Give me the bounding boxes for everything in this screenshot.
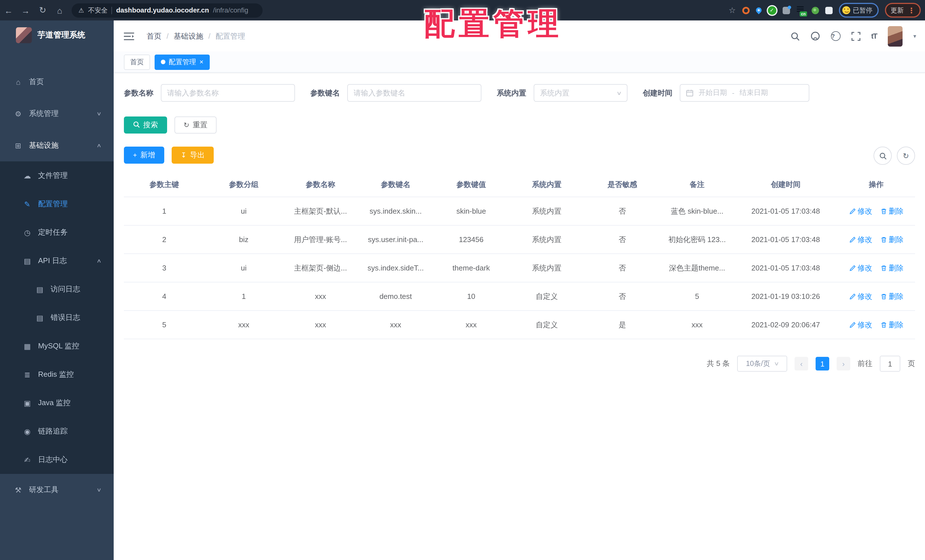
table-row: 2 biz 用户管理-账号... sys.user.init-pa... 123… xyxy=(124,225,915,254)
page-size-select[interactable]: 10条/页 ∨ xyxy=(737,356,787,372)
sidebar-item-scheduled-tasks[interactable]: ◷ 定时任务 xyxy=(0,218,114,247)
delete-link[interactable]: 删除 xyxy=(880,235,904,245)
goto-label: 前往 xyxy=(858,358,872,369)
profile-paused-badge[interactable]: 已暂停 xyxy=(839,3,879,18)
home-icon: ⌂ xyxy=(14,78,23,86)
extension-location-pin-icon[interactable] xyxy=(755,6,762,14)
system-builtin-select[interactable]: 系统内置 ∨ xyxy=(534,84,627,102)
table-tool-buttons: ↻ xyxy=(874,147,915,165)
download-icon: ↧ xyxy=(181,151,187,159)
reset-button[interactable]: ↻ 重置 xyxy=(175,116,217,134)
tab-home[interactable]: 首页 xyxy=(124,54,150,69)
column-header: 参数分组 xyxy=(205,173,283,197)
main-area: 首页 / 基础设施 / 配置管理 ? xyxy=(114,21,925,560)
sidebar-item-mysql-monitor[interactable]: ▦ MySQL 监控 xyxy=(0,332,114,360)
kebab-menu-icon[interactable]: ⋮ xyxy=(908,6,915,15)
edit-link[interactable]: 修改 xyxy=(849,263,872,273)
sidebar-item-system-management[interactable]: ⚙ 系统管理 ∨ xyxy=(0,98,114,129)
log-icon: ▤ xyxy=(35,313,44,322)
start-date-placeholder: 开始日期 xyxy=(699,88,727,98)
edit-link[interactable]: 修改 xyxy=(849,320,872,330)
tab-config-management[interactable]: 配置管理 × xyxy=(155,54,210,69)
paused-label: 已暂停 xyxy=(853,6,872,15)
browser-update-button[interactable]: 更新 ⋮ xyxy=(885,3,921,18)
search-icon xyxy=(133,121,140,129)
home-icon[interactable]: ⌂ xyxy=(51,5,68,15)
browser-toolbar-right: ☆ ✓ cn 已暂停 更新 ⋮ xyxy=(729,0,921,21)
add-button[interactable]: + 新增 xyxy=(124,147,164,164)
chevron-up-icon: ∧ xyxy=(96,143,102,148)
reload-icon[interactable]: ↻ xyxy=(34,5,51,15)
back-icon[interactable]: ← xyxy=(0,5,17,15)
delete-link[interactable]: 删除 xyxy=(880,206,904,216)
sidebar-item-tracing[interactable]: ◉ 链路追踪 xyxy=(0,417,114,446)
extension-leaf-icon[interactable] xyxy=(811,6,819,14)
app-logo-row[interactable]: 芋道管理系统 xyxy=(0,21,114,50)
delete-link[interactable]: 删除 xyxy=(880,291,904,301)
filter-create-time: 创建时间 开始日期 - 结束日期 xyxy=(643,84,809,102)
delete-link[interactable]: 删除 xyxy=(880,263,904,273)
delete-link[interactable]: 删除 xyxy=(880,320,904,330)
prev-page-button[interactable]: ‹ xyxy=(795,357,808,370)
screenshot-stage: ← → ↻ ⌂ ⚠ 不安全 dashboard.yudao.iocoder.cn… xyxy=(0,0,925,560)
sidebar-item-api-logs[interactable]: ▤ API 日志 ∧ xyxy=(0,247,114,275)
calendar-icon xyxy=(686,89,693,96)
edit-link[interactable]: 修改 xyxy=(849,291,872,301)
toggle-search-button[interactable] xyxy=(874,147,892,165)
sidebar-item-label: 配置管理 xyxy=(38,199,68,209)
bookmark-star-icon[interactable]: ☆ xyxy=(729,6,736,15)
sidebar-item-dev-tools[interactable]: ⚒ 研发工具 ∨ xyxy=(0,474,114,506)
plus-icon: + xyxy=(133,151,137,159)
close-icon[interactable]: × xyxy=(199,59,203,65)
browser-toolbar: ← → ↻ ⌂ ⚠ 不安全 dashboard.yudao.iocoder.cn… xyxy=(0,0,925,21)
sidebar-item-label: 定时任务 xyxy=(38,227,68,238)
sidebar-item-access-logs[interactable]: ▤ 访问日志 xyxy=(0,275,114,303)
font-size-icon[interactable]: tT xyxy=(871,32,877,40)
table-toolbar: + 新增 ↧ 导出 ↻ xyxy=(124,147,915,164)
breadcrumb-current: 配置管理 xyxy=(216,31,245,41)
logo-image xyxy=(16,27,32,43)
export-button[interactable]: ↧ 导出 xyxy=(172,147,214,164)
forward-icon[interactable]: → xyxy=(17,5,34,15)
refresh-icon: ↻ xyxy=(903,151,909,160)
emoji-face-icon xyxy=(842,6,850,14)
sidebar-item-config-management[interactable]: ✎ 配置管理 xyxy=(0,190,114,218)
url-path: /infra/config xyxy=(213,6,249,14)
avatar-caret-down-icon[interactable]: ▾ xyxy=(913,33,916,39)
database-icon: ▦ xyxy=(23,342,32,350)
toolbox-icon: ⚒ xyxy=(14,486,23,494)
extension-cn-icon[interactable]: cn xyxy=(796,6,805,15)
total-count: 共 5 条 xyxy=(707,358,730,369)
current-page-button[interactable]: 1 xyxy=(816,357,829,370)
sidebar-item-error-logs[interactable]: ▤ 错误日志 xyxy=(0,303,114,332)
not-secure-warning-icon[interactable]: ⚠ xyxy=(78,6,84,14)
sidebar-item-file-management[interactable]: ☁ 文件管理 xyxy=(0,161,114,190)
date-range-picker[interactable]: 开始日期 - 结束日期 xyxy=(680,84,809,102)
extension-orange-ring-icon[interactable] xyxy=(742,6,749,14)
sidebar-item-infrastructure[interactable]: ⊞ 基础设施 ∧ xyxy=(0,129,114,161)
sidebar-item-log-center[interactable]: ✍ 日志中心 xyxy=(0,446,114,474)
param-name-input[interactable] xyxy=(161,84,295,102)
param-key-input[interactable] xyxy=(347,84,481,102)
extension-gray-icon[interactable] xyxy=(782,6,790,14)
github-icon[interactable] xyxy=(810,31,820,41)
breadcrumb-home[interactable]: 首页 xyxy=(147,31,161,41)
next-page-button[interactable]: › xyxy=(837,357,850,370)
search-icon[interactable] xyxy=(790,32,799,41)
edit-link[interactable]: 修改 xyxy=(849,206,872,216)
extension-green-check-icon[interactable]: ✓ xyxy=(768,6,776,15)
sidebar-item-redis-monitor[interactable]: ≣ Redis 监控 xyxy=(0,360,114,389)
search-button[interactable]: 搜索 xyxy=(124,116,167,134)
goto-page-input[interactable] xyxy=(880,356,900,372)
fullscreen-icon[interactable] xyxy=(851,32,860,41)
address-bar[interactable]: ⚠ 不安全 dashboard.yudao.iocoder.cn /infra/… xyxy=(72,3,262,17)
refresh-table-button[interactable]: ↻ xyxy=(897,147,915,165)
sidebar-item-home[interactable]: ⌂ 首页 xyxy=(0,66,114,98)
edit-link[interactable]: 修改 xyxy=(849,235,872,245)
breadcrumb-infrastructure[interactable]: 基础设施 xyxy=(174,31,203,41)
sidebar-item-java-monitor[interactable]: ▣ Java 监控 xyxy=(0,389,114,417)
help-icon[interactable]: ? xyxy=(831,31,840,41)
user-avatar[interactable] xyxy=(888,26,902,46)
extensions-puzzle-icon[interactable] xyxy=(825,6,832,14)
collapse-sidebar-icon[interactable] xyxy=(124,32,134,40)
